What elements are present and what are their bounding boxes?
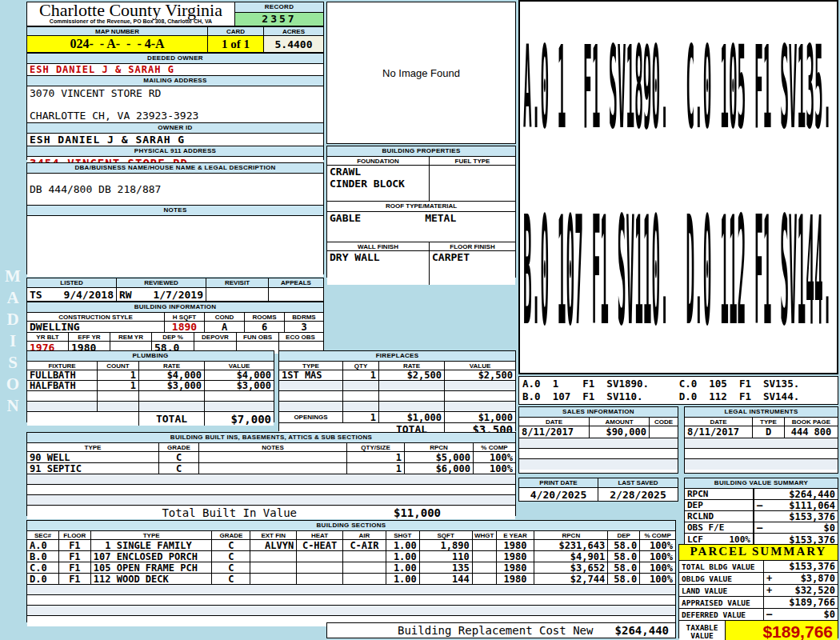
empty-cell bbox=[343, 402, 379, 411]
listed-by: TS bbox=[30, 289, 42, 301]
value: $153,376 bbox=[789, 561, 835, 572]
pct-comp: 100% bbox=[474, 463, 515, 474]
sec: B.0 bbox=[27, 551, 59, 562]
summary-label: OBS F/E bbox=[685, 522, 754, 533]
instrument-type: D bbox=[753, 426, 785, 438]
summary-value: –$111,064 bbox=[754, 500, 838, 510]
label: OBS F/E bbox=[687, 522, 724, 533]
column-header: QTY/SIZE bbox=[347, 443, 405, 451]
empty-cell bbox=[27, 595, 675, 605]
summary-row: DEP –$111,064 bbox=[685, 500, 838, 511]
replacement-cost-row: Building Replacement Cost New $264,440 bbox=[326, 622, 676, 638]
table-row bbox=[519, 449, 678, 459]
rpcn: $3,652 bbox=[534, 562, 608, 573]
sqft: 144 bbox=[420, 574, 473, 584]
table-row bbox=[519, 459, 678, 470]
column-header: RATE bbox=[379, 362, 445, 370]
floor: F1 bbox=[59, 551, 91, 562]
instruments-table: LEGAL INSTRUMENTS DATE TYPE BOOK PAGE 8/… bbox=[684, 406, 838, 474]
plumbing-table: PLUMBING FIXTURE COUNT RATE VALUE FULLBA… bbox=[26, 350, 274, 422]
table-row bbox=[519, 438, 678, 449]
value-summary: BUILDING VALUE SUMMARY RPCN $264,440 DEP… bbox=[684, 478, 838, 544]
hsqft-value: 1890 bbox=[165, 322, 205, 332]
table-row bbox=[279, 402, 515, 412]
column-header: SEC# bbox=[27, 531, 59, 539]
value: $0 bbox=[824, 522, 835, 533]
openings-label: OPENINGS bbox=[279, 412, 343, 422]
map-number-value: 024- - A- - - 4-A bbox=[27, 36, 208, 52]
builtins-total-value: $11,000 bbox=[299, 506, 443, 519]
sale-amount: $90,000 bbox=[590, 426, 650, 438]
type: 90 WELL bbox=[27, 452, 159, 462]
value: $153,376 bbox=[789, 511, 835, 522]
dates-block: PRINT DATE LAST SAVED 4/20/2025 2/28/202… bbox=[518, 478, 678, 502]
label: DEP bbox=[687, 500, 703, 510]
empty-cell bbox=[343, 381, 379, 390]
sale-date: 8/11/2017 bbox=[519, 426, 590, 438]
card-label: CARD bbox=[208, 27, 264, 35]
table-row: 91 SEPTIC C 1 $6,000 100% bbox=[27, 463, 515, 474]
empty-cell bbox=[27, 606, 675, 615]
column-header: WHGT bbox=[473, 531, 497, 539]
openings-qty: 1 bbox=[343, 412, 379, 422]
listed-value: TS9/4/2018 bbox=[27, 288, 117, 301]
column-header: RPCN bbox=[534, 531, 608, 539]
shgt: 1.00 bbox=[386, 562, 420, 573]
dba-label: DBA/BUISNESS NAME/HOUSE NAME & LEGAL DES… bbox=[27, 163, 323, 174]
sketch-label-line-1: A.0 1 F1 SV1890. C.0 105 F1 SV135. bbox=[523, 21, 831, 151]
column-header: DATE bbox=[519, 418, 590, 426]
shgt: 1.00 bbox=[386, 540, 420, 550]
table-row bbox=[279, 391, 515, 402]
instrument-date: 8/11/2017 bbox=[685, 426, 753, 438]
parcel-value: $189,766 bbox=[764, 597, 838, 608]
builtins-header: BUILDING BUILT INS, BASEMENTS, ATTICS & … bbox=[27, 433, 515, 443]
table-row bbox=[27, 474, 515, 485]
floor: F1 bbox=[59, 574, 91, 584]
parcel-label: LAND VALUE bbox=[679, 585, 764, 596]
whgt bbox=[473, 540, 497, 550]
parcel-row: APPRAISED VALUE $189,766 bbox=[679, 597, 838, 609]
dep-label: DEP % bbox=[152, 333, 194, 341]
mailing-address-label: MAILING ADDRESS bbox=[27, 76, 323, 86]
deeded-owner-value: ESH DANIEL J & SARAH G bbox=[27, 64, 323, 75]
shgt: 1.00 bbox=[386, 574, 420, 584]
table-row: 1ST MAS 1 $2,500 $2,500 bbox=[279, 370, 515, 381]
empty-cell bbox=[27, 402, 98, 411]
empty-cell bbox=[205, 402, 274, 411]
notes bbox=[199, 452, 347, 462]
empty-cell bbox=[685, 449, 838, 458]
empty-cell bbox=[443, 506, 515, 519]
pct-comp: 100% bbox=[640, 551, 675, 562]
summary-row: OBS F/E –$0 bbox=[685, 522, 838, 534]
column-header: AMOUNT bbox=[590, 418, 650, 426]
qty-size: 1 bbox=[347, 452, 405, 462]
grade: C bbox=[159, 452, 199, 462]
grade: C bbox=[212, 540, 250, 550]
value-summary-header: BUILDING VALUE SUMMARY bbox=[685, 478, 838, 489]
summary-row: RCLND $153,376 bbox=[685, 511, 838, 522]
empty-cell bbox=[445, 391, 515, 401]
construction-style-label: CONSTRUCTION STYLE bbox=[27, 313, 165, 321]
table-row bbox=[685, 438, 838, 449]
air bbox=[343, 551, 386, 562]
appeals-label: APPEALS bbox=[269, 278, 323, 287]
sec: A.0 bbox=[27, 540, 59, 550]
sales-table: SALES INFORMATION DATE AMOUNT CODE 8/11/… bbox=[518, 406, 678, 474]
column-header: GRADE bbox=[159, 443, 199, 451]
column-header: EXT FIN bbox=[250, 531, 297, 539]
replacement-cost-value: $264,440 bbox=[615, 624, 669, 637]
parcel-label: TOTAL BLDG VALUE bbox=[679, 561, 764, 572]
floor: F1 bbox=[59, 540, 91, 550]
dep: 58.0 bbox=[608, 551, 640, 562]
eyear: 1980 bbox=[497, 540, 535, 550]
pct-comp: 100% bbox=[640, 540, 675, 550]
column-header: CODE bbox=[650, 418, 678, 426]
column-header: RATE bbox=[139, 362, 205, 370]
label: RCLND bbox=[687, 511, 714, 522]
empty-cell bbox=[98, 391, 139, 401]
air bbox=[343, 574, 386, 584]
empty-cell bbox=[98, 402, 139, 411]
heat bbox=[297, 551, 343, 562]
bdrms-value: 3 bbox=[285, 322, 323, 332]
summary-value: $153,376 bbox=[754, 511, 838, 522]
